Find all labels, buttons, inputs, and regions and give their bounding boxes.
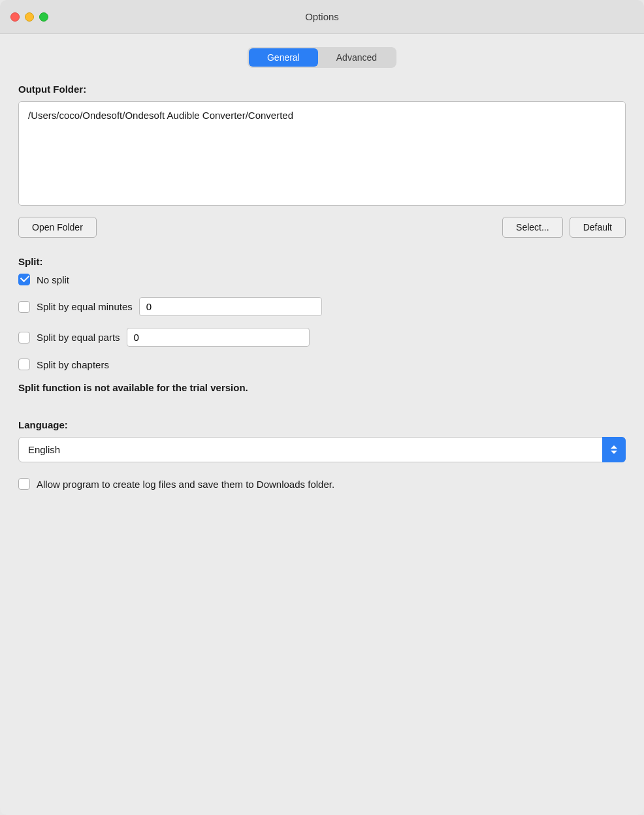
allow-log-label: Allow program to create log files and sa… bbox=[37, 479, 334, 490]
split-chapters-label: Split by chapters bbox=[37, 359, 109, 370]
tabs: General Advanced bbox=[18, 47, 626, 68]
window-title: Options bbox=[305, 11, 339, 22]
split-chapters-checkbox[interactable] bbox=[18, 359, 30, 370]
output-folder-input[interactable] bbox=[18, 101, 626, 206]
button-row: Open Folder Select... Default bbox=[18, 217, 626, 238]
split-minutes-input[interactable] bbox=[139, 297, 322, 316]
language-select[interactable]: English Chinese French German Spanish Ja… bbox=[18, 437, 626, 462]
split-parts-label: Split by equal parts bbox=[37, 332, 120, 343]
select-button[interactable]: Select... bbox=[502, 217, 563, 238]
split-notice: Split function is not available for the … bbox=[18, 382, 626, 393]
maximize-button[interactable] bbox=[39, 12, 48, 22]
allow-log-row: Allow program to create log files and sa… bbox=[18, 478, 626, 490]
language-label: Language: bbox=[18, 419, 626, 430]
allow-log-checkbox[interactable] bbox=[18, 478, 30, 490]
split-section: Split: No split Split by equal minutes S… bbox=[18, 256, 626, 393]
split-minutes-label: Split by equal minutes bbox=[37, 301, 133, 312]
tab-container: General Advanced bbox=[248, 47, 396, 68]
language-section: Language: English Chinese French German … bbox=[18, 419, 626, 462]
split-minutes-row: Split by equal minutes bbox=[18, 297, 626, 316]
tab-general[interactable]: General bbox=[249, 48, 318, 67]
minimize-button[interactable] bbox=[25, 12, 34, 22]
split-parts-row: Split by equal parts bbox=[18, 328, 626, 347]
split-minutes-checkbox[interactable] bbox=[18, 301, 30, 313]
split-label: Split: bbox=[18, 256, 626, 267]
default-button[interactable]: Default bbox=[570, 217, 626, 238]
right-buttons: Select... Default bbox=[502, 217, 626, 238]
language-select-wrapper: English Chinese French German Spanish Ja… bbox=[18, 437, 626, 462]
tab-advanced[interactable]: Advanced bbox=[318, 48, 395, 67]
traffic-lights bbox=[10, 12, 48, 22]
close-button[interactable] bbox=[10, 12, 20, 22]
no-split-row: No split bbox=[18, 274, 626, 285]
output-folder-label: Output Folder: bbox=[18, 84, 626, 95]
title-bar: Options bbox=[0, 0, 644, 34]
split-chapters-row: Split by chapters bbox=[18, 359, 626, 370]
window: Options General Advanced Output Folder: … bbox=[0, 0, 644, 815]
split-parts-input[interactable] bbox=[127, 328, 310, 347]
split-parts-checkbox[interactable] bbox=[18, 332, 30, 344]
open-folder-button[interactable]: Open Folder bbox=[18, 217, 97, 238]
content: General Advanced Output Folder: Open Fol… bbox=[0, 34, 644, 508]
no-split-checkbox[interactable] bbox=[18, 274, 30, 285]
no-split-label: No split bbox=[37, 274, 69, 285]
